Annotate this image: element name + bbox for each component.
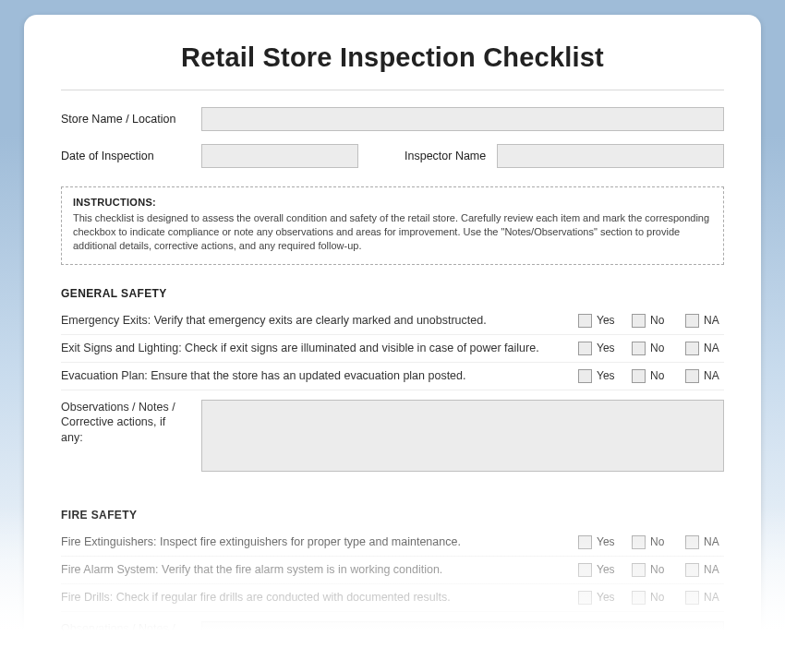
checkbox-yes-label: Yes [597, 342, 617, 354]
checkbox-no[interactable] [632, 369, 646, 383]
instructions-heading: INSTRUCTIONS: [73, 197, 712, 208]
checklist-row: Emergency Exits: Verify that emergency e… [61, 307, 724, 335]
checkbox-yes[interactable] [578, 535, 592, 549]
store-name-row: Store Name / Location [61, 107, 724, 131]
inspector-input[interactable] [497, 144, 724, 168]
section-heading-fire-safety: FIRE SAFETY [61, 509, 724, 522]
checklist-item-text: Fire Alarm System: Verify that the fire … [61, 563, 563, 576]
checkbox-yes-label: Yes [597, 314, 617, 327]
notes-label: Observations / Notes / Corrective action… [61, 621, 190, 672]
instructions-body: This checklist is designed to assess the… [73, 211, 712, 253]
checkbox-no[interactable] [632, 535, 646, 549]
checkbox-yes-label: Yes [597, 369, 617, 382]
document-page: Retail Store Inspection Checklist Store … [24, 15, 761, 672]
checkbox-no-label: No [650, 591, 670, 604]
checklist-item-text: Fire Extinguishers: Inspect fire extingu… [61, 535, 563, 548]
checkbox-yes-label: Yes [597, 591, 617, 604]
checkbox-no[interactable] [632, 563, 646, 577]
checkbox-na-label: NA [704, 342, 724, 354]
checkbox-yes[interactable] [578, 591, 592, 605]
store-name-label: Store Name / Location [61, 113, 190, 126]
notes-row: Observations / Notes / Corrective action… [61, 400, 724, 472]
checkbox-na-label: NA [704, 314, 724, 327]
checkbox-yes[interactable] [578, 342, 592, 355]
checkbox-no-label: No [650, 342, 670, 354]
checklist-row: Fire Extinguishers: Inspect fire extingu… [61, 529, 724, 557]
checkbox-no-label: No [650, 563, 670, 576]
date-input[interactable] [201, 144, 358, 168]
checkbox-no-label: No [650, 314, 670, 327]
checkbox-na-label: NA [704, 369, 724, 382]
checkbox-na[interactable] [685, 535, 699, 549]
checkbox-na-label: NA [704, 563, 724, 576]
checkbox-yes-label: Yes [597, 535, 617, 548]
notes-row: Observations / Notes / Corrective action… [61, 621, 724, 672]
page-title: Retail Store Inspection Checklist [61, 42, 724, 90]
instructions-box: INSTRUCTIONS: This checklist is designed… [61, 186, 724, 265]
checklist-item-text: Emergency Exits: Verify that emergency e… [61, 314, 563, 327]
store-name-input[interactable] [201, 107, 724, 131]
notes-textarea[interactable] [201, 621, 724, 672]
checkbox-na[interactable] [685, 563, 699, 577]
checkbox-no[interactable] [632, 314, 646, 328]
checkbox-na[interactable] [685, 342, 699, 355]
checkbox-yes[interactable] [578, 369, 592, 383]
checkbox-na[interactable] [685, 369, 699, 383]
checklist-row: Evacuation Plan: Ensure that the store h… [61, 363, 724, 390]
checklist-row: Fire Alarm System: Verify that the fire … [61, 557, 724, 584]
section-heading-general-safety: GENERAL SAFETY [61, 287, 724, 300]
checkbox-no-label: No [650, 535, 670, 548]
date-label: Date of Inspection [61, 150, 190, 162]
checkbox-na[interactable] [685, 591, 699, 605]
notes-label: Observations / Notes / Corrective action… [61, 400, 190, 472]
checklist-row: Fire Drills: Check if regular fire drill… [61, 584, 724, 612]
checkbox-yes[interactable] [578, 563, 592, 577]
checkbox-no[interactable] [632, 591, 646, 605]
checkbox-na-label: NA [704, 591, 724, 604]
checklist-item-text: Exit Signs and Lighting: Check if exit s… [61, 342, 563, 354]
checkbox-no-label: No [650, 369, 670, 382]
date-inspector-row: Date of Inspection Inspector Name [61, 144, 724, 168]
checklist-item-text: Fire Drills: Check if regular fire drill… [61, 591, 563, 604]
inspector-label: Inspector Name [405, 150, 486, 162]
notes-textarea[interactable] [201, 400, 724, 472]
checklist-item-text: Evacuation Plan: Ensure that the store h… [61, 369, 563, 382]
checkbox-yes[interactable] [578, 314, 592, 328]
checklist-row: Exit Signs and Lighting: Check if exit s… [61, 335, 724, 363]
checkbox-yes-label: Yes [597, 563, 617, 576]
checkbox-na[interactable] [685, 314, 699, 328]
checkbox-no[interactable] [632, 342, 646, 355]
checkbox-na-label: NA [704, 535, 724, 548]
